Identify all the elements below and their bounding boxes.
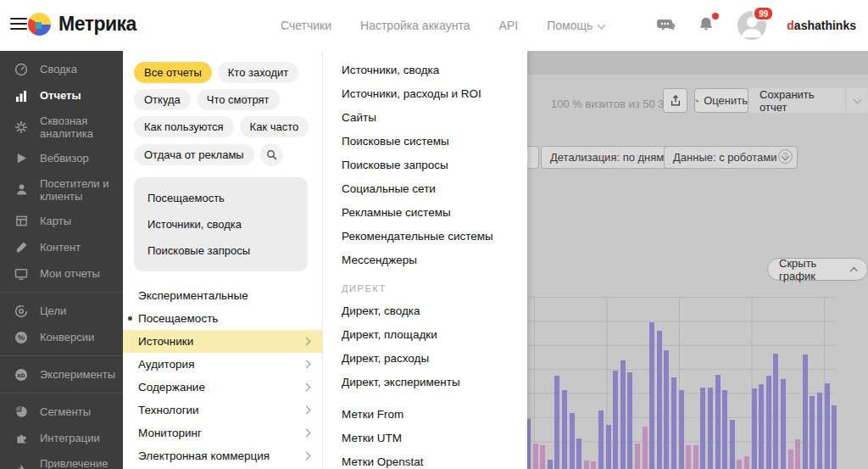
sidebar-item-grid[interactable]: Карты — [0, 208, 123, 234]
filter-chip[interactable]: Кто заходит — [218, 62, 299, 83]
sidebar-item-gauge[interactable]: Сводка — [0, 56, 123, 82]
sidebar-item-monitor[interactable]: Мои отчеты — [0, 260, 123, 287]
asterisk-icon — [14, 120, 29, 135]
submenu-item[interactable]: Директ, сводка — [323, 299, 527, 322]
menu-item[interactable]: Аудитория — [123, 353, 322, 376]
recent-report-item[interactable]: Посещаемость — [134, 185, 308, 211]
chart-bar — [649, 322, 654, 469]
submenu-item[interactable]: Метки Openstat — [323, 449, 527, 469]
chart-bar — [832, 405, 837, 469]
sidebar-group: СегментыИнтеграцииПривлечение клиентовНа… — [0, 393, 123, 469]
username[interactable]: dashathinks — [787, 19, 856, 32]
sidebar-item-percent[interactable]: %Конверсии — [0, 324, 123, 350]
export-share-button[interactable] — [663, 88, 687, 113]
filter-chip[interactable]: Что смотрят — [197, 89, 280, 110]
rate-icon — [695, 96, 698, 106]
submenu-item[interactable]: Директ, площадки — [323, 322, 527, 346]
sidebar-item-chart-bars[interactable]: Отчеты — [0, 82, 123, 109]
nav-item-1[interactable]: Счетчики — [281, 19, 331, 32]
sidebar-item-label: Привлечение клиентов — [40, 457, 121, 469]
menu-item-label: Мониторинг — [138, 427, 202, 439]
save-report-label: Сохранить отчет — [748, 88, 845, 113]
sidebar-item-label: Сквозная аналитика — [40, 114, 121, 140]
chart-bar — [759, 384, 764, 469]
visits-bar-chart — [527, 297, 836, 469]
submenu-item[interactable]: Источники, расходы и ROI — [323, 81, 527, 105]
menu-item[interactable]: Экспериментальные — [123, 284, 322, 307]
nav-item-4[interactable]: Помощь — [547, 19, 604, 32]
chart-bar — [548, 460, 553, 469]
sidebar-item-target[interactable]: Цели — [0, 298, 123, 324]
sidebar-item-pencil[interactable]: Контент — [0, 234, 123, 260]
hide-chart-button[interactable]: Скрыть график — [767, 258, 868, 281]
chart-bar — [540, 445, 545, 469]
save-report-button[interactable]: Сохранить отчет — [748, 88, 868, 113]
filter-chip[interactable]: Все отчеты — [134, 62, 212, 83]
menu-item[interactable]: Электронная коммерция — [123, 444, 322, 467]
help-question-icon[interactable]: ? — [778, 149, 793, 164]
menu-item[interactable]: Посещаемость — [123, 307, 322, 330]
sidebar-group: abЭксперименты — [0, 355, 123, 393]
submenu-item[interactable]: Сайты — [323, 105, 527, 129]
submenu-item[interactable]: Рекомендательные системы — [323, 224, 527, 248]
submenu-item[interactable]: Поисковые запросы — [323, 153, 527, 176]
sidebar-item-label: Карты — [40, 215, 71, 227]
recent-report-item[interactable]: Поисковые запросы — [134, 237, 308, 264]
submenu-item[interactable]: Рекламные системы — [323, 200, 527, 224]
menu-item-label: Источники — [138, 335, 193, 348]
grid-icon — [14, 214, 29, 229]
filter-chip[interactable]: Как часто — [240, 116, 309, 137]
submenu-item[interactable]: Поисковые системы — [323, 129, 527, 153]
submenu-item[interactable]: Мессенджеры — [323, 248, 527, 271]
percent-icon: % — [14, 330, 29, 345]
sidebar-item-label: Конверсии — [40, 331, 94, 343]
sidebar-item-puzzle[interactable]: Интеграции — [0, 425, 123, 451]
unread-count-badge: 99 — [753, 6, 774, 21]
metrika-logo[interactable]: Метрика — [28, 13, 136, 36]
user-avatar[interactable]: 99 — [737, 11, 766, 40]
submenu-item[interactable]: Метки From — [323, 402, 527, 426]
hidden-dropdown-sliver — [527, 146, 539, 169]
sidebar-item-pie[interactable]: Сегменты — [0, 399, 123, 425]
nav-item-2[interactable]: Настройка аккаунта — [360, 19, 470, 32]
current-report-bullet — [128, 316, 132, 321]
chat-icon[interactable] — [656, 15, 676, 36]
chart-bar — [730, 420, 735, 469]
submenu-item[interactable]: Источники, сводка — [323, 58, 527, 81]
filter-chip[interactable]: Как пользуются — [134, 116, 234, 137]
submenu-item[interactable]: Метки UTM — [323, 426, 527, 449]
page-header-band — [527, 51, 868, 75]
menu-item[interactable]: Мониторинг — [123, 422, 322, 444]
submenu-section-header: ДИРЕКТ — [323, 271, 527, 299]
sidebar-item-play[interactable]: Вебвизор — [0, 145, 123, 171]
save-report-dropdown[interactable] — [847, 88, 868, 113]
filter-chip[interactable]: Откуда — [134, 89, 191, 110]
chart-bar — [598, 410, 604, 469]
play-icon — [14, 151, 29, 166]
menu-item-label: Аудитория — [138, 358, 194, 371]
menu-item[interactable]: Технологии — [123, 399, 322, 422]
top-right-cluster: 99 dashathinks — [656, 0, 856, 51]
chart-bar — [627, 372, 632, 469]
submenu-item[interactable]: Директ, эксперименты — [323, 370, 527, 394]
sidebar-item-flame[interactable]: Привлечение клиентов — [0, 451, 123, 469]
notifications-bell-icon[interactable] — [697, 15, 717, 36]
menu-item[interactable]: Содержание — [123, 376, 322, 399]
menu-item-label: Экспериментальные — [138, 289, 248, 302]
search-icon[interactable] — [260, 143, 283, 166]
recent-report-item[interactable]: Источники, сводка — [134, 211, 308, 237]
chart-bar — [788, 449, 793, 469]
sidebar-item-label: Вебвизор — [40, 152, 89, 165]
filter-chip[interactable]: Отдача от рекламы — [134, 144, 254, 165]
menu-item[interactable]: Источники — [123, 330, 322, 353]
submenu-item[interactable]: Социальные сети — [323, 176, 527, 200]
sidebar-item-ab[interactable]: abЭксперименты — [0, 361, 123, 388]
sidebar-item-person[interactable]: Посетители и клиенты — [0, 171, 123, 208]
svg-text:ab: ab — [17, 371, 25, 379]
nav-item-3[interactable]: API — [499, 19, 519, 32]
sidebar-item-asterisk[interactable]: Сквозная аналитика — [0, 109, 123, 145]
rate-button[interactable]: Оценить — [694, 88, 748, 113]
hamburger-menu-icon[interactable] — [10, 18, 27, 31]
submenu-item[interactable]: Директ, расходы — [323, 346, 527, 370]
chart-bar — [766, 376, 771, 469]
